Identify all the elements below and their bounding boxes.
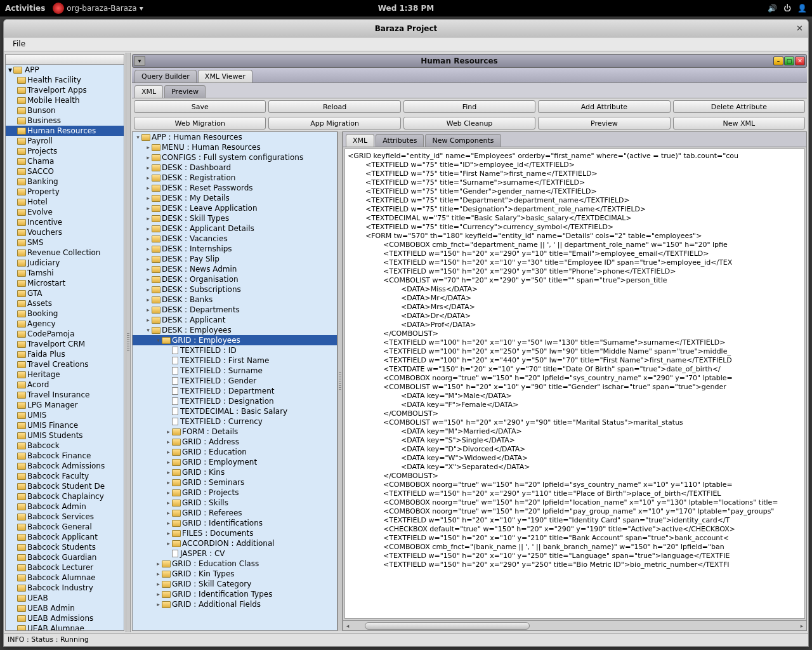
app-tree-item[interactable]: Travel Insurance (6, 390, 124, 400)
desk-tree-item[interactable]: TEXTFIELD : Department (133, 386, 337, 396)
subtab-xml[interactable]: XML (134, 85, 163, 98)
desk-tree-item[interactable]: ▸GRID : Seminars (133, 477, 337, 488)
xml-editor[interactable]: <GRID keyfield="entity_id" name="Employe… (344, 149, 805, 619)
desk-tree-item[interactable]: ▸DESK : Organisation (133, 274, 337, 284)
desk-tree-item[interactable]: ▸GRID : Kin Types (133, 569, 337, 579)
app-tree-item[interactable]: Babcock Admin (6, 501, 124, 512)
app-tree-item[interactable]: Babcock Students (6, 542, 124, 552)
desk-tree-item[interactable]: ▸DESK : Subscriptions (133, 284, 337, 295)
app-tree-item[interactable]: Faida Plus (6, 349, 124, 359)
toolbar-button[interactable]: Save (134, 100, 266, 113)
app-tree-item[interactable]: Babcock Alumnae (6, 573, 124, 583)
app-tree-item[interactable]: Revenue Collection (6, 248, 124, 258)
app-tree-item[interactable]: Travel Creations (6, 359, 124, 369)
app-tree-item[interactable]: UEAB Alumnae (6, 623, 124, 630)
app-tree-item[interactable]: CodePamoja (6, 329, 124, 339)
app-tree-item[interactable]: UEAB Admin (6, 603, 124, 613)
desk-tree-item[interactable]: TEXTFIELD : First Name (133, 355, 337, 366)
app-tree-item[interactable]: Business (6, 116, 124, 126)
desk-tree-item[interactable]: ▸DESK : Skill Types (133, 213, 337, 223)
app-tree-item[interactable]: Human Resources (6, 126, 124, 136)
app-tree-item[interactable]: Babcock Chaplaincy (6, 491, 124, 501)
desk-tree-item[interactable]: ▸GRID : Identifications (133, 518, 337, 528)
app-tree-item[interactable]: Acord (6, 380, 124, 390)
app-tree-item[interactable]: Babcock Lecturer (6, 562, 124, 573)
volume-icon[interactable]: 🔊 (768, 4, 777, 13)
desk-tree-item[interactable]: ▸DESK : Applicant (133, 315, 337, 325)
desk-tree-item[interactable]: ▸DESK : Banks (133, 295, 337, 305)
desk-tree-item[interactable]: ▸CONFIGS : Full system configurations (133, 152, 337, 162)
app-tree-item[interactable]: Babcock General (6, 522, 124, 532)
app-tree-item[interactable]: Mobile Health (6, 95, 124, 105)
app-tree[interactable]: ▾ APPHealth FacilityTravelport AppsMobil… (6, 65, 124, 630)
desk-tree-item[interactable]: ▸GRID : Skills (133, 498, 337, 508)
app-tree-item[interactable]: Evolve (6, 207, 124, 217)
desk-tree-item[interactable]: TEXTFIELD : Currency (133, 416, 337, 427)
splitter-left[interactable] (126, 53, 131, 632)
window-titlebar[interactable]: Baraza Project ✕ (4, 20, 808, 37)
activities-button[interactable]: Activities (5, 4, 45, 13)
desk-tree-item[interactable]: ▸DESK : News Admin (133, 264, 337, 274)
xml-hscroll[interactable]: ◂▸ (343, 620, 806, 630)
app-tree-item[interactable]: Projects (6, 146, 124, 156)
app-tree-item[interactable]: Assets (6, 298, 124, 308)
desk-tree-item[interactable]: ▸GRID : Education (133, 447, 337, 457)
app-tree-item[interactable]: Judiciary (6, 258, 124, 268)
app-tree-item[interactable]: Chama (6, 156, 124, 166)
app-tree-item[interactable]: Payroll (6, 136, 124, 146)
desk-tree-item[interactable]: ▸MENU : Human Resources (133, 142, 337, 152)
desk-tree-item[interactable]: ▸DESK : Pay Slip (133, 254, 337, 264)
desk-tree[interactable]: ▾APP : Human Resources▸MENU : Human Reso… (132, 131, 337, 631)
app-tree-item[interactable]: SACCO (6, 166, 124, 176)
app-tree-item[interactable]: Booking (6, 308, 124, 319)
mdi-maximize-icon[interactable]: □ (784, 56, 794, 65)
desk-tree-item[interactable]: ▸DESK : Applicant Details (133, 223, 337, 234)
toolbar-button[interactable]: Web Cleanup (403, 117, 535, 129)
mdi-close-icon[interactable]: ✕ (795, 56, 805, 65)
desk-tree-item[interactable]: ▸GRID : Additional Fields (133, 599, 337, 609)
desk-tree-item[interactable]: TEXTFIELD : ID (133, 345, 337, 355)
app-tree-item[interactable]: UMIS Students (6, 430, 124, 441)
xmltab-xml[interactable]: XML (346, 134, 374, 147)
desk-tree-item[interactable]: ▸DESK : Departments (133, 305, 337, 315)
app-tree-item[interactable]: Babcock Faculty (6, 471, 124, 481)
app-tree-item[interactable]: UMIS (6, 410, 124, 420)
app-tree-item[interactable]: Heritage (6, 369, 124, 380)
window-close-icon[interactable]: ✕ (796, 23, 803, 33)
app-tree-item[interactable]: Babcock Applicant (6, 532, 124, 542)
menu-file[interactable]: File (9, 38, 29, 50)
toolbar-button[interactable]: Add Attribute (538, 100, 670, 113)
app-tree-item[interactable]: Tamshi (6, 268, 124, 278)
mdi-minimize-icon[interactable]: – (773, 56, 783, 65)
desk-tree-item[interactable]: ▸GRID : Identification Types (133, 589, 337, 599)
app-tree-item[interactable]: UEAB Admissions (6, 613, 124, 623)
desk-tree-item[interactable]: ▸FILES : Documents (133, 528, 337, 538)
toolbar-button[interactable]: Reload (268, 100, 400, 113)
desk-tree-item[interactable]: TEXTFIELD : Surname (133, 366, 337, 376)
app-tree-item[interactable]: Babcock Industry (6, 583, 124, 593)
desk-tree-item[interactable]: ▸DESK : Reset Passwords (133, 183, 337, 193)
app-tree-item[interactable]: Microstart (6, 278, 124, 288)
app-tree-item[interactable]: Bunson (6, 105, 124, 116)
splitter-mid[interactable] (337, 131, 343, 631)
app-tree-item[interactable]: Babcock Services (6, 512, 124, 522)
app-tree-item[interactable]: Babcock Admissions (6, 461, 124, 471)
desk-tree-item[interactable]: ▸DESK : Vacancies (133, 234, 337, 244)
desk-tree-item[interactable]: ▸DESK : Registration (133, 173, 337, 183)
xmltab-new-components[interactable]: New Components (425, 134, 501, 147)
desk-tree-item[interactable]: ▸GRID : Employment (133, 457, 337, 467)
desk-tree-item[interactable]: ▾GRID : Employees (133, 335, 337, 345)
app-tree-item[interactable]: UEAB (6, 593, 124, 603)
app-tree-item[interactable]: Babcock Finance (6, 451, 124, 461)
subtab-preview[interactable]: Preview (164, 85, 206, 98)
toolbar-button[interactable]: New XML (673, 117, 805, 129)
app-tree-item[interactable]: Incentive (6, 217, 124, 227)
desk-tree-item[interactable]: ▸GRID : Referees (133, 508, 337, 518)
app-tree-item[interactable]: Babcock Guardian (6, 552, 124, 562)
desk-tree-item[interactable]: ▸GRID : Projects (133, 488, 337, 498)
desk-tree-item[interactable]: JASPER : CV (133, 548, 337, 559)
desk-tree-item[interactable]: ▸GRID : Skill Category (133, 579, 337, 589)
desk-tree-item[interactable]: TEXTDECIMAL : Basic Salary (133, 406, 337, 416)
tab-xml-viewer[interactable]: XML Viewer (198, 70, 252, 83)
desk-tree-item[interactable]: ▸DESK : Dashboard (133, 162, 337, 173)
